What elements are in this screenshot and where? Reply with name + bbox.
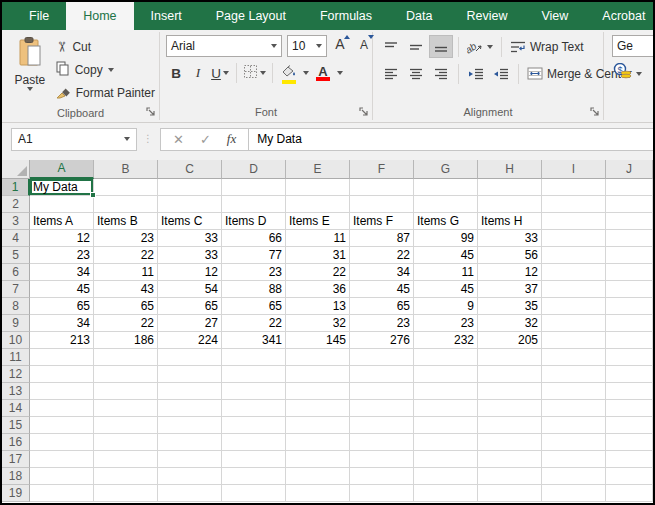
tab-insert[interactable]: Insert [134, 2, 199, 30]
cell-c14[interactable] [158, 400, 222, 417]
cell-f3[interactable]: Items F [350, 213, 414, 230]
cell-d15[interactable] [222, 417, 286, 434]
cell-j18[interactable] [606, 468, 653, 485]
cell-a9[interactable]: 34 [30, 315, 94, 332]
cell-e7[interactable]: 36 [286, 281, 350, 298]
cell-j17[interactable] [606, 451, 653, 468]
cell-i12[interactable] [542, 366, 606, 383]
borders-button[interactable] [243, 62, 266, 84]
cell-i19[interactable] [542, 485, 606, 502]
cell-g17[interactable] [414, 451, 478, 468]
cell-e9[interactable]: 32 [286, 315, 350, 332]
cell-e6[interactable]: 22 [286, 264, 350, 281]
cell-g19[interactable] [414, 485, 478, 502]
cell-g12[interactable] [414, 366, 478, 383]
column-header-c[interactable]: C [158, 160, 222, 179]
cell-h12[interactable] [478, 366, 542, 383]
font-name-combo[interactable]: Arial [166, 35, 282, 57]
cell-i5[interactable] [542, 247, 606, 264]
cell-c2[interactable] [158, 196, 222, 213]
font-color-button[interactable]: A [313, 62, 333, 84]
cell-g8[interactable]: 9 [414, 298, 478, 315]
cell-h11[interactable] [478, 349, 542, 366]
cell-j11[interactable] [606, 349, 653, 366]
row-header-6[interactable]: 6 [2, 264, 30, 281]
cell-e16[interactable] [286, 434, 350, 451]
cell-e11[interactable] [286, 349, 350, 366]
cell-j2[interactable] [606, 196, 653, 213]
cell-j9[interactable] [606, 315, 653, 332]
align-right-button[interactable] [429, 62, 453, 85]
cell-c12[interactable] [158, 366, 222, 383]
increase-indent-button[interactable] [489, 62, 513, 85]
cell-h7[interactable]: 37 [478, 281, 542, 298]
cell-g1[interactable] [414, 179, 478, 196]
cell-a3[interactable]: Items A [30, 213, 94, 230]
cell-a5[interactable]: 23 [30, 247, 94, 264]
cell-h5[interactable]: 56 [478, 247, 542, 264]
cell-j15[interactable] [606, 417, 653, 434]
paste-button[interactable]: Paste [8, 35, 52, 91]
decrease-font-size-button[interactable]: A [353, 35, 375, 57]
font-dialog-launcher[interactable] [359, 107, 369, 117]
cell-e4[interactable]: 11 [286, 230, 350, 247]
cell-a10[interactable]: 213 [30, 332, 94, 349]
cell-g14[interactable] [414, 400, 478, 417]
fill-handle[interactable] [90, 192, 96, 198]
cell-g4[interactable]: 99 [414, 230, 478, 247]
cell-a2[interactable] [30, 196, 94, 213]
cell-d5[interactable]: 77 [222, 247, 286, 264]
cell-i9[interactable] [542, 315, 606, 332]
cell-f1[interactable] [350, 179, 414, 196]
cell-c3[interactable]: Items C [158, 213, 222, 230]
cell-b11[interactable] [94, 349, 158, 366]
cell-e10[interactable]: 145 [286, 332, 350, 349]
column-header-h[interactable]: H [478, 160, 542, 179]
tab-formulas[interactable]: Formulas [303, 2, 389, 30]
cell-g7[interactable]: 45 [414, 281, 478, 298]
cell-c5[interactable]: 33 [158, 247, 222, 264]
cell-f15[interactable] [350, 417, 414, 434]
cell-c17[interactable] [158, 451, 222, 468]
cell-a17[interactable] [30, 451, 94, 468]
tab-page-layout[interactable]: Page Layout [199, 2, 303, 30]
cell-e3[interactable]: Items E [286, 213, 350, 230]
cell-b2[interactable] [94, 196, 158, 213]
cell-h10[interactable]: 205 [478, 332, 542, 349]
cell-b8[interactable]: 65 [94, 298, 158, 315]
cell-a18[interactable] [30, 468, 94, 485]
cell-f18[interactable] [350, 468, 414, 485]
cell-a11[interactable] [30, 349, 94, 366]
row-header-2[interactable]: 2 [2, 196, 30, 213]
cell-i8[interactable] [542, 298, 606, 315]
cell-f8[interactable]: 65 [350, 298, 414, 315]
cell-d8[interactable]: 65 [222, 298, 286, 315]
cell-e1[interactable] [286, 179, 350, 196]
cell-d7[interactable]: 88 [222, 281, 286, 298]
cell-j1[interactable] [606, 179, 653, 196]
alignment-dialog-launcher[interactable] [590, 107, 600, 117]
cell-g6[interactable]: 11 [414, 264, 478, 281]
cell-b19[interactable] [94, 485, 158, 502]
increase-font-size-button[interactable]: A [329, 35, 351, 57]
top-align-button[interactable] [379, 35, 403, 58]
cell-d2[interactable] [222, 196, 286, 213]
cell-h17[interactable] [478, 451, 542, 468]
tab-review[interactable]: Review [449, 2, 524, 30]
formula-bar-grip[interactable]: ⋮ [143, 136, 154, 142]
accounting-format-icon[interactable]: $ [612, 63, 632, 83]
cell-c19[interactable] [158, 485, 222, 502]
cell-f12[interactable] [350, 366, 414, 383]
select-all-corner[interactable] [2, 160, 30, 179]
cell-f5[interactable]: 22 [350, 247, 414, 264]
row-header-18[interactable]: 18 [2, 468, 30, 485]
cell-a15[interactable] [30, 417, 94, 434]
cell-e2[interactable] [286, 196, 350, 213]
row-header-1[interactable]: 1 [2, 179, 30, 196]
cell-j3[interactable] [606, 213, 653, 230]
cell-a8[interactable]: 65 [30, 298, 94, 315]
underline-button[interactable]: U [210, 62, 230, 84]
tab-file[interactable]: File [12, 2, 66, 30]
cell-g11[interactable] [414, 349, 478, 366]
tab-data[interactable]: Data [389, 2, 449, 30]
